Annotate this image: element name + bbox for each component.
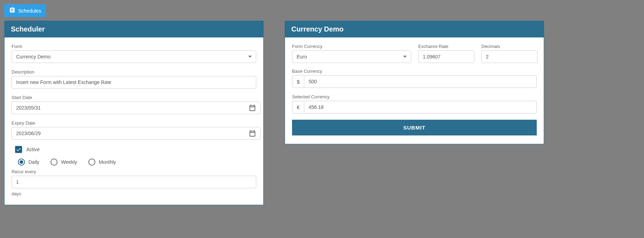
schedules-button-label: Schedules [18,8,41,14]
expiry-date-input[interactable] [12,127,260,140]
form-currency-select[interactable]: Euro [292,50,411,63]
expiry-date-label: Expiry Date [12,120,256,126]
frequency-weekly-radio[interactable]: Weekly [50,159,77,166]
radio-icon [50,159,57,166]
recur-unit: days [12,191,256,196]
start-date-label: Start Date [12,95,256,100]
exchange-rate-label: Exchanre Rate [418,44,474,49]
clipboard-icon [9,7,18,14]
form-currency-label: Form Currency [292,44,411,49]
frequency-weekly-label: Weekly [61,159,77,165]
form-label: Form [12,44,256,49]
calendar-icon[interactable] [249,104,256,112]
exchange-rate-input[interactable] [418,50,474,63]
description-label: Description [12,69,256,75]
caret-down-icon [248,56,252,58]
euro-icon: € [292,101,304,113]
recur-label: Recur every [12,169,256,174]
active-checkbox[interactable] [15,146,22,153]
currency-panel: Currency Demo Form Currency Euro Exchanr… [285,21,544,144]
selected-currency-label: Selected Currency [292,94,537,99]
submit-button-label: SUBMIT [403,125,426,131]
form-currency-value: Euro [297,54,307,59]
description-input[interactable] [12,76,256,89]
scheduler-title: Scheduler [5,21,263,37]
schedules-button[interactable]: Schedules [4,4,46,17]
base-currency-input[interactable] [304,75,537,88]
scheduler-panel: Scheduler Form Currency Demo Description… [4,21,264,205]
frequency-daily-label: Daily [28,159,39,165]
start-date-input[interactable] [12,102,260,114]
decimals-input[interactable] [481,50,537,63]
dollar-icon: $ [292,75,304,88]
recur-input[interactable] [12,176,256,188]
frequency-monthly-radio[interactable]: Monthly [88,159,116,166]
base-currency-label: Base Currency [292,69,537,74]
frequency-daily-radio[interactable]: Daily [18,159,39,166]
radio-icon [18,159,25,166]
submit-button[interactable]: SUBMIT [292,120,537,135]
radio-icon [88,159,95,166]
active-label: Active [26,147,40,152]
form-select-value: Currency Demo [16,54,50,59]
form-select[interactable]: Currency Demo [12,50,256,63]
calendar-icon[interactable] [249,130,256,137]
decimals-label: Decimals [481,44,537,49]
selected-currency-input[interactable] [304,101,537,113]
frequency-monthly-label: Monthly [99,159,116,165]
caret-down-icon [403,56,407,58]
currency-title: Currency Demo [285,21,544,37]
